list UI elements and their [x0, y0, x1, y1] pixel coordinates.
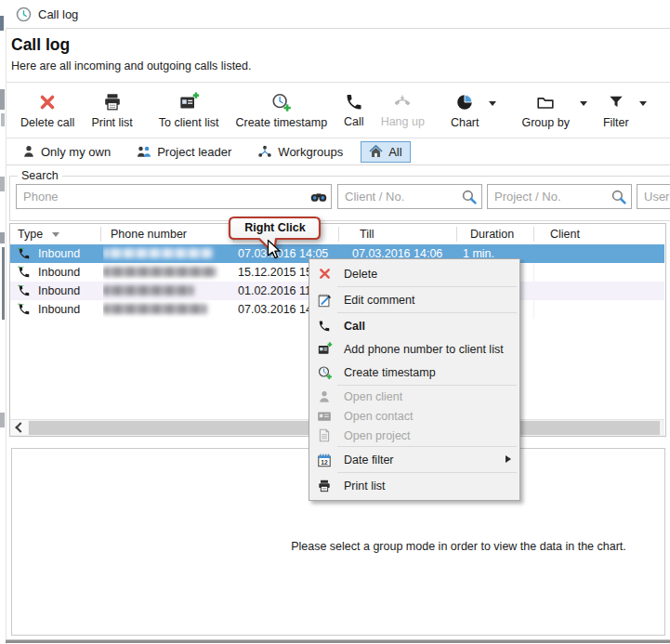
button-label: Create timestamp [235, 116, 327, 129]
to-client-list-button[interactable]: To client list [151, 90, 228, 131]
page-subtitle: Here are all incoming and outgoing calls… [11, 59, 251, 72]
header-separator [533, 227, 534, 242]
scope-tab-all[interactable]: All [361, 141, 410, 163]
menu-item-print-list[interactable]: Print list [309, 474, 519, 497]
view-button[interactable]: View [663, 90, 670, 131]
filter-dropdown-arrow[interactable] [639, 101, 647, 106]
scope-tab-label: Only my own [41, 145, 111, 159]
menu-item-call[interactable]: Call [309, 314, 519, 337]
blurred-phone-number [103, 248, 213, 258]
add-to-client-list-icon [316, 341, 333, 358]
search-user-input[interactable] [637, 184, 670, 209]
context-menu: Delete Edit comment Call Add phone numbe… [309, 258, 520, 501]
sort-descending-icon [52, 232, 59, 237]
person-icon [22, 145, 35, 158]
delete-call-button[interactable]: Delete call [12, 90, 83, 131]
blurred-phone-number [103, 304, 207, 314]
menu-item-date-filter[interactable]: 12 Date filter [309, 448, 519, 471]
print-list-button[interactable]: Print list [83, 90, 140, 131]
magnifier-icon [461, 189, 478, 205]
inbound-call-icon: ← [18, 303, 32, 317]
background-window-fragment [2, 247, 5, 320]
menu-item-delete[interactable]: Delete [309, 262, 519, 285]
scope-tab-label: Project leader [157, 145, 231, 159]
blurred-phone-number [103, 285, 194, 296]
tab-call-log[interactable]: Call log [7, 7, 78, 22]
search-label: Search [18, 169, 62, 182]
button-label: Call [344, 115, 364, 128]
create-timestamp-button[interactable]: Create timestamp [227, 90, 335, 131]
page-title: Call log [11, 35, 70, 55]
clock-icon [16, 7, 32, 22]
group-by-button[interactable]: Group by [513, 90, 577, 131]
open-contact-icon [316, 408, 333, 425]
background-window-fragment [0, 232, 5, 243]
menu-item-open-contact: Open contact [309, 406, 519, 426]
background-window-fragment [0, 177, 5, 191]
menu-item-add-phone-to-client-list[interactable]: Add phone number to client list [309, 337, 519, 361]
binoculars-icon [310, 189, 327, 205]
filter-button[interactable]: Filter [595, 90, 637, 131]
open-project-icon [316, 427, 333, 444]
button-label: Hang up [381, 115, 425, 128]
mouse-cursor [267, 239, 282, 261]
blurred-phone-number [103, 267, 217, 277]
workgroups-icon [257, 145, 272, 158]
toolbar: Delete call Print list To client list Cr… [7, 84, 670, 137]
group-by-dropdown-arrow[interactable] [580, 101, 587, 106]
date-filter-icon: 12 [316, 452, 333, 468]
filter-icon [607, 92, 625, 112]
chart-dropdown-arrow[interactable] [489, 101, 496, 106]
column-header-duration[interactable]: Duration [470, 224, 514, 244]
magnifier-icon [611, 189, 627, 205]
search-phone-input[interactable] [16, 184, 332, 209]
create-timestamp-icon [316, 364, 333, 381]
column-header-client[interactable]: Client [550, 224, 580, 244]
scope-tab-only-my-own[interactable]: Only my own [14, 141, 119, 163]
column-header-type[interactable]: Type [18, 224, 59, 244]
button-label: To client list [159, 116, 219, 129]
inbound-call-icon: ← [18, 266, 32, 280]
button-label: Print list [91, 116, 132, 129]
table-header: Type Phone number Till Duration Client [10, 224, 665, 244]
header-separator [338, 227, 339, 242]
call-icon [316, 318, 333, 335]
scroll-left-button[interactable] [10, 420, 28, 435]
chart-placeholder-message: Please select a group mode in order to v… [252, 540, 665, 553]
scope-tab-project-leader[interactable]: Project leader [128, 141, 240, 163]
background-window-fragment [0, 413, 5, 427]
button-label: Chart [451, 116, 480, 129]
button-label: Filter [603, 116, 629, 129]
menu-item-edit-comment[interactable]: Edit comment [309, 288, 519, 311]
background-window-fragment [0, 16, 4, 31]
header-separator [456, 227, 457, 242]
group-by-icon [535, 92, 556, 112]
svg-text:12: 12 [321, 458, 328, 465]
inbound-call-icon: ← [18, 247, 32, 261]
submenu-arrow-icon [506, 455, 511, 463]
button-label: Delete call [20, 116, 74, 129]
menu-separator [337, 385, 517, 386]
call-button[interactable]: Call [335, 91, 373, 130]
print-icon [102, 92, 123, 112]
scope-tab-workgroups[interactable]: Workgroups [249, 141, 351, 163]
column-header-phone-number[interactable]: Phone number [111, 224, 187, 244]
column-header-till[interactable]: Till [360, 224, 374, 244]
right-click-callout-text: Right Click [234, 221, 316, 234]
home-icon [369, 145, 383, 158]
create-timestamp-icon [270, 92, 292, 112]
menu-separator [337, 286, 517, 287]
bottom-splitter[interactable] [6, 639, 670, 643]
background-window-fragment [0, 89, 5, 110]
menu-separator [337, 312, 517, 313]
edit-comment-icon [316, 292, 333, 309]
tab-title: Call log [38, 7, 78, 21]
chart-button[interactable]: Chart [442, 90, 488, 131]
scope-tabs: Only my own Project leader Workgroups Al… [7, 138, 670, 165]
menu-item-open-client: Open client [309, 387, 519, 406]
open-client-icon [316, 388, 333, 405]
button-label: Group by [521, 116, 569, 129]
menu-item-create-timestamp[interactable]: Create timestamp [309, 361, 519, 384]
delete-call-icon [37, 92, 58, 112]
chart-icon [454, 92, 475, 112]
